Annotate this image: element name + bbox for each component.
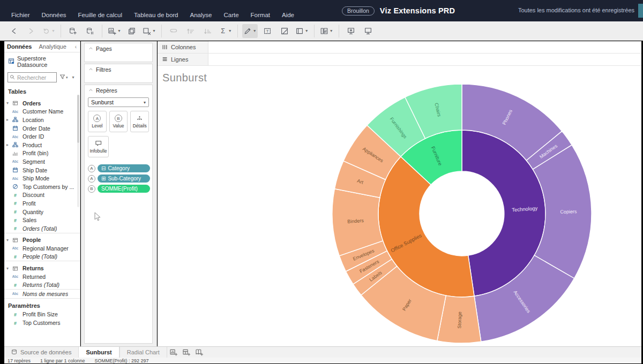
collapse-chevron-icon[interactable] [88,46,93,52]
tab-sunburst[interactable]: Sunburst [78,347,119,358]
menu-format[interactable]: Format [245,10,276,20]
collapse-chevron-icon[interactable] [88,87,93,94]
tab-radial-chart[interactable]: Radial Chart [119,347,167,358]
menu-donn-es[interactable]: Données [36,10,72,20]
mark-button-value[interactable]: BValue [109,111,128,132]
pill-somme-profit-[interactable]: SOMME(Profit) [98,185,150,193]
field-row-people-total-[interactable]: #People (Total) [4,253,80,262]
totals-button[interactable]: Σ▼ [218,24,233,38]
field-row-profit[interactable]: #Profit [4,199,80,208]
filter-fields-button[interactable]: ▾ [59,74,68,81]
datasource-cylinder-icon [11,349,17,356]
data-pane-scrollbar[interactable] [77,95,79,207]
fix-axes-button[interactable] [277,24,292,38]
presentation-mode-button[interactable] [361,24,376,38]
field-row-profit-bin-size[interactable]: #Profit Bin Size [4,310,80,319]
collapse-pane-icon[interactable]: ‹ [75,44,80,50]
search-input[interactable]: Rechercher [8,72,57,82]
tab-analytique[interactable]: Analytique [36,42,70,51]
field-row-order-id[interactable]: AbcOrder ID [4,132,80,141]
field-row-customer-name[interactable]: AbcCustomer Name [4,108,80,116]
expander-icon[interactable]: ▸ [4,117,11,122]
menu-tableau-de-bord[interactable]: Tableau de bord [128,10,184,20]
add-datasource-button[interactable] [65,24,80,38]
field-row-product[interactable]: ▸Product [4,141,80,149]
field-row-ship-mode[interactable]: AbcShip Mode [4,174,80,183]
field-row-top-customers[interactable]: #Top Customers [4,318,80,327]
field-row-noms-de-mesures[interactable]: AbcNoms de mesures [4,290,80,299]
datasource-row[interactable]: Superstore Datasource [4,52,80,69]
fit-button[interactable]: ▼ [294,24,310,38]
new-story-button[interactable] [193,347,206,358]
mark-button-label: Level [92,123,102,128]
columns-shelf-drop-area[interactable] [208,41,641,53]
rows-shelf-drop-area[interactable] [208,54,641,65]
account-avatar[interactable] [638,4,643,18]
download-button[interactable] [343,24,358,38]
viz-canvas[interactable]: Sunburst TechnologyOffice SuppliesFurnit… [158,66,641,346]
mark-button-level[interactable]: ALevel [88,111,107,132]
menu-aide[interactable]: Aide [276,10,300,20]
undo-button[interactable] [6,24,21,38]
field-row-returns-total-[interactable]: #Returns (Total) [4,280,80,290]
expander-icon[interactable]: ▸ [4,142,11,147]
pane-options-caret[interactable]: ▾ [72,75,74,80]
show-mark-labels-button[interactable]: T [260,24,275,38]
tab-donnees[interactable]: Données [4,42,36,51]
field-label: Product [23,142,42,148]
field-row-returned[interactable]: AbcReturned [4,272,80,281]
field-row-discount[interactable]: #Discount [4,191,80,200]
field-row-location[interactable]: ▸Location [4,116,80,124]
filters-label: Filtres [96,66,111,73]
expander-icon[interactable]: ▾ [4,101,11,105]
num-field-icon: # [11,282,19,288]
field-row-regional-manager[interactable]: AbcRegional Manager [4,244,80,253]
columns-shelf[interactable]: Colonnes [158,41,641,54]
mark-button-tooltip[interactable]: Infobulle [88,136,109,157]
mark-button-details[interactable]: Détails [130,111,149,132]
pill-category[interactable]: ⊟Category [98,164,150,172]
field-row-orders-total-[interactable]: #Orders (Total) [4,224,80,233]
field-row-order-date[interactable]: Order Date [4,124,80,133]
field-label: Ship Mode [23,175,49,181]
new-worksheet-button[interactable]: ▼ [107,24,122,38]
table-row-returns[interactable]: ▾Returns [4,264,80,272]
field-row-top-customers-by-[interactable]: Top Customers by ... [4,183,80,191]
pill-sub-category[interactable]: ⊞Sub-Category [98,175,150,183]
expander-icon[interactable]: ▾ [4,266,11,271]
svg-text:Abc: Abc [12,177,18,180]
pages-card[interactable]: Pages [84,43,153,62]
menu-fichier[interactable]: Fichier [5,10,36,20]
datasource-name: Superstore Datasource [17,55,78,68]
pill-expand-icon[interactable]: ⊟ [101,166,106,171]
datasource-tab[interactable]: Source de données [4,347,78,358]
pause-auto-updates-button[interactable] [83,24,98,38]
clear-sheet-button[interactable]: ▼ [141,24,157,38]
field-row-segment[interactable]: AbcSegment [4,157,80,166]
menu-feuille-de-calcul[interactable]: Feuille de calcul [72,10,128,20]
sort-descending-button [200,24,215,38]
expander-icon[interactable]: ▾ [4,238,11,242]
rows-shelf[interactable]: Lignes [158,54,641,66]
field-row-quantity[interactable]: #Quantity [4,208,80,216]
mark-type-dropdown[interactable]: Sunburst ▾ [88,97,149,107]
collapse-chevron-icon[interactable] [88,66,93,73]
worksheet-area: Colonnes Lignes Sunburst TechnologyOffic… [158,41,641,346]
table-row-orders[interactable]: ▾Orders [4,99,80,108]
filters-card[interactable]: Filtres [84,64,153,83]
field-row-ship-date[interactable]: Ship Date [4,166,80,175]
field-row-profit-bin-[interactable]: Profit (bin) [4,149,80,158]
menu-carte[interactable]: Carte [218,10,244,20]
sunburst-chart[interactable]: TechnologyOffice SuppliesFurniturePhones… [158,66,641,346]
highlight-button[interactable]: ▼ [242,24,258,38]
table-row-people[interactable]: ▾People [4,236,80,245]
pill-expand-icon[interactable]: ⊞ [101,176,106,181]
duplicate-sheet-button[interactable] [124,24,139,38]
show-hide-cards-button[interactable]: ▼ [319,24,334,38]
new-dashboard-button[interactable] [180,347,193,358]
num-field-icon: # [11,217,19,223]
field-row-sales[interactable]: #Sales [4,216,80,224]
menu-analyse[interactable]: Analyse [184,10,218,20]
mark-type-value: Sunburst [91,99,114,105]
new-worksheet-button[interactable] [167,347,180,358]
